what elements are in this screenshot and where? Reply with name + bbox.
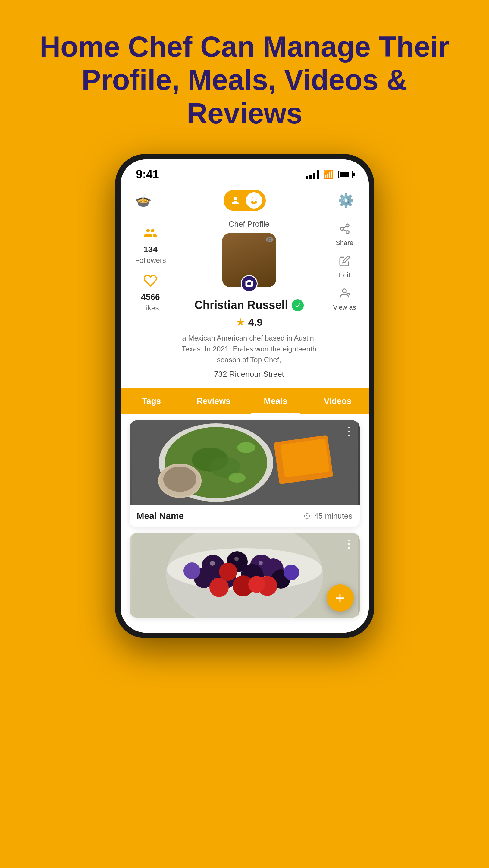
- svg-point-41: [259, 561, 263, 565]
- meal-name-1: Meal Name: [137, 511, 184, 521]
- share-label: Share: [336, 239, 353, 247]
- chef-profile-label: Chef Profile: [229, 219, 270, 229]
- rating-row: ★ 4.9: [236, 316, 262, 329]
- chef-name-row: Christian Russell: [194, 299, 303, 312]
- svg-point-32: [209, 578, 229, 597]
- svg-point-35: [219, 563, 237, 581]
- chef-hat-icon: 🍲: [135, 193, 152, 208]
- phone-mockup: 9:41 📶 🍲: [115, 154, 374, 638]
- status-icons: 📶: [306, 169, 353, 179]
- meal-card-1: ⋮ Meal Name ⏲ 45 minutes: [130, 421, 360, 527]
- svg-point-20: [229, 473, 246, 483]
- likes-stat: 4566 Likes: [141, 274, 160, 312]
- signal-icon: [306, 170, 319, 179]
- meal-duration-1: 45 minutes: [314, 512, 352, 521]
- view-as-action[interactable]: View as: [333, 287, 356, 311]
- view-as-icon: [339, 287, 350, 302]
- svg-point-5: [346, 231, 349, 234]
- tab-tags[interactable]: Tags: [121, 388, 183, 414]
- status-time: 9:41: [136, 168, 159, 181]
- meal-more-icon-1[interactable]: ⋮: [344, 426, 354, 437]
- chef-name: Christian Russell: [194, 299, 288, 312]
- followers-stat: 134 Followers: [135, 226, 166, 265]
- rating-value: 4.9: [248, 316, 262, 328]
- status-bar: 9:41 📶: [121, 159, 369, 184]
- svg-point-36: [248, 576, 265, 593]
- chef-toggle-btn[interactable]: [246, 192, 262, 209]
- meal-time-1: ⏲ 45 minutes: [303, 511, 352, 521]
- svg-point-18: [163, 467, 196, 492]
- star-icon: ★: [236, 316, 245, 329]
- svg-point-3: [346, 224, 349, 227]
- chef-address: 732 Ridenour Street: [214, 370, 284, 379]
- center-profile: Chef Profile: [175, 217, 324, 379]
- user-toggle-btn[interactable]: [227, 192, 243, 209]
- meal-card-2: ⋮: [130, 533, 360, 618]
- svg-point-8: [343, 289, 347, 293]
- avatar-container: [222, 233, 276, 287]
- meal-image-1: ⋮: [130, 421, 360, 505]
- visibility-icon[interactable]: [265, 236, 274, 246]
- meal-more-icon-2[interactable]: ⋮: [344, 538, 354, 550]
- likes-icon: [143, 274, 157, 291]
- chef-bio: a Mexican American chef based in Austin,…: [175, 333, 324, 365]
- add-meal-button[interactable]: +: [327, 584, 354, 612]
- svg-rect-16: [280, 438, 330, 478]
- phone-screen: 9:41 📶 🍲: [121, 159, 369, 632]
- meals-section: ⋮ Meal Name ⏲ 45 minutes: [121, 414, 369, 624]
- svg-point-37: [184, 562, 200, 579]
- share-icon: [339, 223, 350, 237]
- verified-badge: [292, 299, 304, 311]
- svg-point-38: [284, 564, 299, 580]
- tabs-bar: Tags Reviews Meals Videos: [121, 388, 369, 414]
- edit-label: Edit: [339, 271, 350, 279]
- followers-label: Followers: [135, 256, 166, 265]
- svg-point-19: [237, 442, 255, 453]
- battery-icon: [338, 170, 353, 179]
- svg-point-39: [210, 561, 215, 566]
- wifi-icon: 📶: [323, 169, 334, 179]
- tab-reviews[interactable]: Reviews: [183, 388, 244, 414]
- likes-label: Likes: [142, 304, 159, 312]
- top-nav: 🍲: [121, 184, 369, 217]
- meal-info-1: Meal Name ⏲ 45 minutes: [130, 505, 360, 527]
- likes-count: 4566: [141, 293, 160, 302]
- tab-meals[interactable]: Meals: [244, 388, 307, 414]
- settings-icon[interactable]: ⚙️: [338, 193, 354, 208]
- svg-line-7: [343, 226, 346, 228]
- svg-point-40: [234, 557, 239, 561]
- followers-icon: [143, 226, 157, 243]
- meal-image-2: ⋮: [130, 533, 360, 618]
- camera-badge[interactable]: [241, 275, 258, 292]
- share-action[interactable]: Share: [336, 223, 353, 247]
- edit-icon: [339, 255, 350, 270]
- role-toggle[interactable]: [224, 190, 266, 211]
- phone-shell: 9:41 📶 🍲: [115, 154, 374, 638]
- left-stats: 134 Followers 4566 Likes: [130, 217, 172, 379]
- app-content: 🍲: [121, 184, 369, 632]
- profile-section: 134 Followers 4566 Likes: [121, 217, 369, 379]
- svg-point-4: [340, 227, 343, 230]
- clock-icon-1: ⏲: [303, 511, 312, 521]
- followers-count: 134: [143, 245, 158, 254]
- right-actions: Share Edit: [327, 217, 363, 379]
- edit-action[interactable]: Edit: [339, 255, 350, 279]
- page-headline: Home Chef Can Manage Their Profile, Meal…: [0, 0, 489, 148]
- svg-line-6: [343, 230, 346, 231]
- view-as-label: View as: [333, 304, 356, 311]
- tab-videos[interactable]: Videos: [307, 388, 369, 414]
